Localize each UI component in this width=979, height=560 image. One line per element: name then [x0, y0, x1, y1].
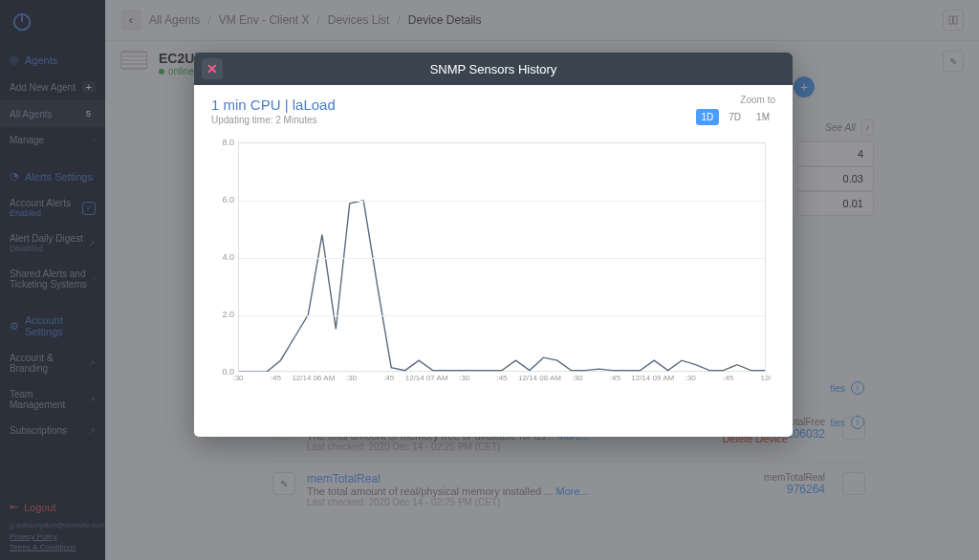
chart-area: 0.02.04.06.08.0 :30:4512/14 06 AM:30:451…: [211, 142, 766, 391]
modal-title: SNMP Sensors History: [430, 62, 557, 76]
close-button[interactable]: ✕: [202, 58, 223, 79]
zoom-7d-button[interactable]: 7D: [723, 109, 747, 125]
chart-subtitle: Updating time: 2 Minutes: [211, 115, 775, 125]
close-icon: ✕: [207, 61, 218, 76]
modal-header: ✕ SNMP Sensors History: [194, 53, 793, 85]
x-axis: :30:4512/14 06 AM:30:4512/14 07 AM:30:45…: [238, 374, 766, 389]
chart-title: 1 min CPU | laLoad: [211, 97, 775, 113]
y-axis: 0.02.04.06.08.0: [211, 142, 236, 372]
zoom-controls: Zoom to 1D 7D 1M: [696, 95, 776, 125]
zoom-1d-button[interactable]: 1D: [696, 109, 720, 125]
modal: ✕ SNMP Sensors History 1 min CPU | laLoa…: [194, 53, 793, 437]
zoom-1m-button[interactable]: 1M: [751, 109, 775, 125]
chart-plot[interactable]: [238, 142, 766, 372]
zoom-label: Zoom to: [696, 95, 776, 105]
